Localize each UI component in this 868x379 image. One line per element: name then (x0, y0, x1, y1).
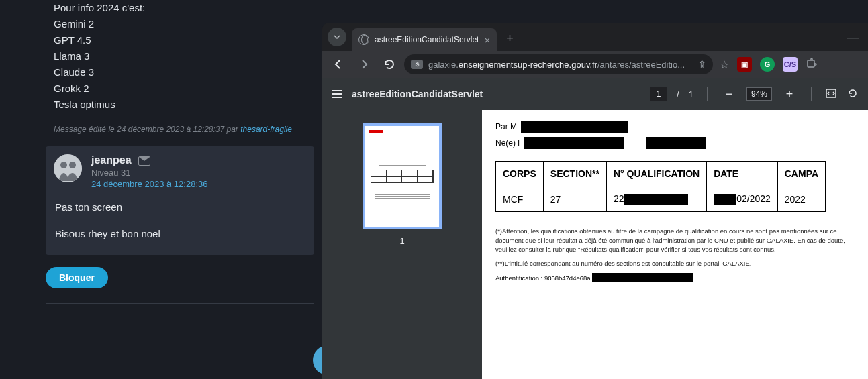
th-campagne: CAMPA (777, 162, 825, 186)
url-text: galaxie.galaxie.enseignementsup-recherch… (428, 60, 692, 70)
pdf-body: 1 Par M Né(e) l CORPS SECTION** N° QUALI… (322, 110, 868, 379)
rotate-icon[interactable] (847, 87, 859, 101)
auth-line: Authentification : 9058b47d4e68a (495, 273, 857, 282)
globe-icon (358, 34, 369, 45)
post-line: GPT 4.5 (54, 32, 309, 48)
zoom-out-button[interactable]: − (721, 86, 737, 102)
thumbnail-number: 1 (399, 236, 404, 246)
edit-notice: Message édité le 24 décembre 2023 à 12:2… (54, 125, 309, 134)
qualification-table: CORPS SECTION** N° QUALIFICATION DATE CA… (495, 161, 826, 212)
mail-icon[interactable] (138, 156, 150, 166)
post-text: Bisous rhey et bon noel (55, 225, 305, 243)
field-par: Par M (495, 121, 857, 133)
tab-title: astreeEditionCandidatServlet (375, 35, 479, 44)
svg-point-2 (69, 162, 76, 168)
redacted (524, 137, 624, 149)
table-row: MCF 27 22 02/2022 2022 (496, 186, 826, 212)
menu-icon[interactable] (332, 90, 342, 98)
page-input[interactable] (650, 87, 667, 101)
td-campagne: 2022 (777, 186, 825, 212)
omnibox[interactable]: ⚙ galaxie.galaxie.enseignementsup-recher… (404, 54, 713, 74)
post-body: Pas ton screen Bisous rhey et bon noel (55, 199, 305, 243)
redacted (592, 273, 693, 282)
post-content: Pour info 2024 c'est: Gemini 2 GPT 4.5 L… (0, 0, 322, 134)
browser-window: astreeEditionCandidatServlet × + — ⚙ gal… (322, 23, 868, 379)
page-sep: / (677, 89, 679, 99)
address-bar: ⚙ galaxie.galaxie.enseignementsup-recher… (322, 51, 868, 78)
field-ne: Né(e) l (495, 137, 857, 149)
divider (46, 303, 314, 304)
th-section: SECTION** (543, 162, 606, 186)
svg-rect-3 (808, 60, 814, 67)
forward-button[interactable] (353, 54, 375, 75)
post-line: Llama 3 (54, 48, 309, 64)
avatar[interactable] (54, 154, 82, 182)
redacted (646, 137, 706, 149)
note: (*)Attention, les qualifications obtenue… (495, 227, 857, 254)
back-button[interactable] (328, 54, 349, 75)
page-total: 1 (689, 89, 693, 99)
pdf-toolbar: astreeEditionCandidatServlet / 1 − 94% + (322, 78, 868, 110)
td-section: 27 (543, 186, 606, 212)
tab-search-button[interactable] (328, 28, 346, 46)
post-line: Gemini 2 (54, 16, 309, 32)
username[interactable]: jeanpea (91, 154, 132, 166)
bookmark-icon[interactable]: ☆ (720, 58, 729, 71)
redacted (521, 121, 628, 133)
extensions-icon[interactable] (806, 57, 818, 72)
extension-grammarly[interactable]: G (760, 57, 775, 72)
auth-label: Authentification : 9058b47d4e68a (495, 274, 591, 282)
th-date: DATE (707, 162, 778, 186)
block-button[interactable]: Bloquer (46, 267, 108, 288)
pdf-title: astreeEditionCandidatServlet (352, 89, 483, 99)
th-corps: CORPS (496, 162, 544, 186)
field-label: Né(e) l (495, 138, 520, 148)
td-qualif: 22 (606, 186, 706, 212)
post-header: jeanpea Niveau 31 24 décembre 2023 à 12:… (91, 154, 305, 189)
cell-text: 02/2022 (736, 193, 771, 204)
separator (707, 87, 708, 101)
td-date: 02/2022 (707, 186, 778, 212)
share-icon[interactable]: ⇪ (697, 58, 706, 71)
cell-text: 22 (614, 193, 624, 204)
reload-button[interactable] (379, 54, 400, 75)
post-line: Grokk 2 (54, 80, 309, 97)
td-corps: MCF (496, 186, 544, 212)
page-thumbnail[interactable] (363, 123, 442, 229)
th-qualif: N° QUALIFICATION (606, 162, 706, 186)
forum-panel: Pour info 2024 c'est: Gemini 2 GPT 4.5 L… (0, 0, 322, 379)
zoom-in-button[interactable]: + (781, 86, 798, 102)
table-header-row: CORPS SECTION** N° QUALIFICATION DATE CA… (496, 162, 826, 186)
fit-page-icon[interactable] (825, 87, 837, 101)
post-line: Pour info 2024 c'est: (54, 0, 309, 16)
site-controls-icon[interactable]: ⚙ (411, 60, 423, 69)
field-label: Par M (495, 122, 517, 131)
tab-bar: astreeEditionCandidatServlet × + — (322, 23, 868, 51)
footnotes: (*)Attention, les qualifications obtenue… (495, 227, 857, 268)
user-level: Niveau 31 (91, 168, 305, 178)
svg-point-1 (60, 162, 67, 168)
browser-tab[interactable]: astreeEditionCandidatServlet × (352, 28, 497, 51)
post-text: Pas ton screen (55, 199, 305, 216)
pdf-page[interactable]: Par M Né(e) l CORPS SECTION** N° QUALIFI… (482, 110, 868, 379)
note: (**)L'intitulé correspondant au numéro d… (495, 259, 857, 268)
thumbnail-panel: 1 (322, 110, 482, 379)
redacted (714, 194, 736, 205)
post-line: Tesla optimus (54, 97, 309, 113)
new-tab-button[interactable]: + (499, 26, 520, 51)
post-card: jeanpea Niveau 31 24 décembre 2023 à 12:… (46, 146, 314, 255)
close-icon[interactable]: × (484, 35, 490, 45)
separator (811, 87, 812, 101)
extension-ublock[interactable]: ▣ (737, 57, 752, 72)
post-timestamp[interactable]: 24 décembre 2023 à 12:28:36 (91, 179, 305, 189)
extension-cs[interactable]: C/S (783, 57, 798, 72)
edit-prefix: Message édité le 24 décembre 2023 à 12:2… (54, 125, 240, 134)
minimize-button[interactable]: — (847, 30, 868, 51)
zoom-value[interactable]: 94% (746, 87, 772, 101)
redacted (624, 194, 688, 205)
editor-link[interactable]: thesard-fragile (240, 125, 292, 134)
post-line: Claude 3 (54, 64, 309, 80)
